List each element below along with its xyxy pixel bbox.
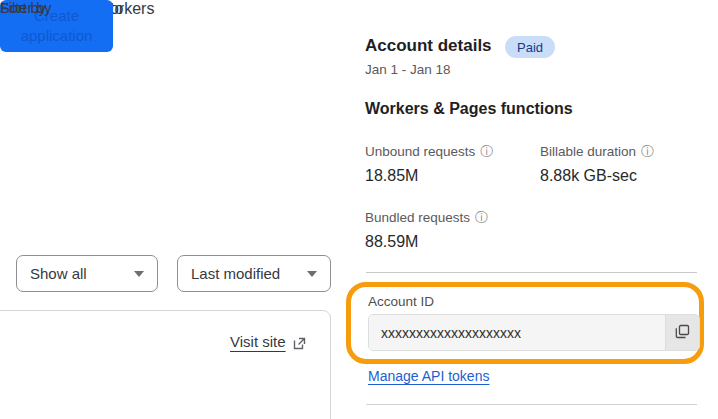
workers-pages-dashboard: lications with Workers cumentation to Cr… [0, 0, 718, 419]
chevron-down-icon [134, 271, 144, 277]
stat-billable-duration-value: 8.88k GB-sec [540, 167, 637, 185]
stat-unbound-requests-label: Unbound requests ⓘ [365, 144, 493, 159]
copy-button[interactable] [665, 315, 699, 350]
date-range: Jan 1 - Jan 18 [365, 62, 451, 77]
account-id-label: Account ID [368, 294, 434, 309]
stat-bundled-requests-value: 88.59M [365, 233, 418, 251]
sort-dropdown-value: Last modified [191, 265, 280, 282]
stat-unbound-requests-value: 18.85M [365, 167, 418, 185]
info-icon[interactable]: ⓘ [480, 145, 493, 158]
functions-section-title: Workers & Pages functions [365, 100, 573, 118]
divider [366, 272, 697, 273]
filter-dropdown[interactable]: Show all [16, 255, 158, 292]
sort-dropdown[interactable]: Last modified [177, 255, 331, 292]
filter-dropdown-value: Show all [30, 265, 87, 282]
account-details-title: Account details [365, 36, 492, 56]
account-id-input[interactable] [369, 315, 665, 350]
copy-icon [675, 324, 690, 342]
stat-bundled-requests-label: Bundled requests ⓘ [365, 210, 488, 225]
stat-billable-duration-label: Billable duration ⓘ [540, 144, 654, 159]
visit-site-link[interactable]: Visit site [230, 333, 286, 350]
chevron-down-icon [307, 271, 317, 277]
visit-site-row: Visit site [230, 333, 306, 350]
info-icon[interactable]: ⓘ [475, 211, 488, 224]
sort-by-label: Sort by [0, 0, 46, 16]
project-card [0, 310, 331, 419]
divider [366, 404, 697, 405]
external-link-icon [293, 336, 306, 349]
plan-badge: Paid [505, 36, 555, 58]
info-icon[interactable]: ⓘ [641, 145, 654, 158]
manage-api-tokens-row: Manage API tokens [368, 368, 489, 384]
manage-api-tokens-link[interactable]: Manage API tokens [368, 368, 489, 384]
account-id-field-group [368, 314, 700, 351]
